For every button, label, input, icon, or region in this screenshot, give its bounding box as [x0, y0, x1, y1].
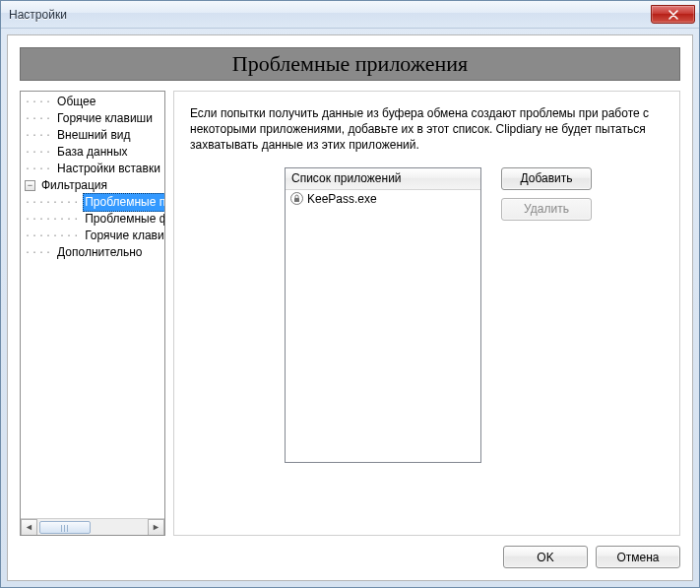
- tree-horizontal-scrollbar[interactable]: ◄ ►: [21, 518, 164, 535]
- lock-icon: [289, 192, 303, 206]
- client-area: Проблемные приложения ···· Общее ···· Го…: [7, 34, 693, 581]
- tree-item-problem-formats[interactable]: ········ Проблемные форматы: [21, 211, 164, 228]
- titlebar: Настройки: [1, 1, 699, 29]
- tree-item-advanced[interactable]: ···· Дополнительно: [21, 244, 164, 261]
- tree-item-general[interactable]: ···· Общее: [21, 94, 164, 110]
- list-item[interactable]: KeePass.exe: [286, 190, 480, 208]
- scroll-thumb[interactable]: [39, 521, 91, 534]
- tree-item-problem-apps[interactable]: ········ Проблемные приложения: [21, 194, 164, 211]
- nav-tree[interactable]: ···· Общее ···· Горячие клавиши ···· Вне…: [21, 92, 164, 518]
- remove-button[interactable]: Удалить: [501, 198, 592, 221]
- close-button[interactable]: [651, 5, 695, 24]
- page-banner: Проблемные приложения: [20, 47, 680, 81]
- window-title: Настройки: [9, 8, 651, 22]
- ok-button[interactable]: OK: [503, 546, 588, 568]
- side-buttons: Добавить Удалить: [501, 167, 592, 221]
- scroll-right-arrow-icon[interactable]: ►: [148, 519, 164, 536]
- app-list-header[interactable]: Список приложений: [286, 168, 480, 190]
- tree-item-filter-hotkeys[interactable]: ········ Горячие клавиши: [21, 228, 164, 244]
- app-management-row: Список приложений Kee: [190, 167, 664, 521]
- add-button[interactable]: Добавить: [501, 167, 592, 190]
- collapse-icon[interactable]: −: [25, 180, 35, 191]
- app-list[interactable]: Список приложений Kee: [285, 167, 481, 463]
- scroll-track[interactable]: [37, 519, 148, 536]
- settings-window: Настройки Проблемные приложения ···· Общ…: [0, 0, 700, 588]
- app-list-body: KeePass.exe: [286, 190, 480, 462]
- content-pane: Если попытки получить данные из буфера о…: [173, 91, 680, 536]
- tree-item-appearance[interactable]: ···· Внешний вид: [21, 127, 164, 144]
- body-row: ···· Общее ···· Горячие клавиши ···· Вне…: [20, 91, 680, 536]
- svg-rect-1: [294, 198, 299, 202]
- tree-item-filtering[interactable]: − Фильтрация: [21, 177, 164, 194]
- scroll-left-arrow-icon[interactable]: ◄: [21, 519, 37, 536]
- footer-buttons: OK Отмена: [20, 536, 680, 568]
- tree-item-database[interactable]: ···· База данных: [21, 144, 164, 161]
- tree-item-paste-settings[interactable]: ···· Настройки вставки: [21, 161, 164, 177]
- nav-tree-pane: ···· Общее ···· Горячие клавиши ···· Вне…: [20, 91, 165, 536]
- description-text: Если попытки получить данные из буфера о…: [190, 105, 664, 154]
- page-title: Проблемные приложения: [232, 51, 468, 77]
- tree-item-hotkeys[interactable]: ···· Горячие клавиши: [21, 110, 164, 127]
- close-icon: [668, 10, 678, 20]
- app-name: KeePass.exe: [307, 192, 377, 206]
- cancel-button[interactable]: Отмена: [596, 546, 680, 568]
